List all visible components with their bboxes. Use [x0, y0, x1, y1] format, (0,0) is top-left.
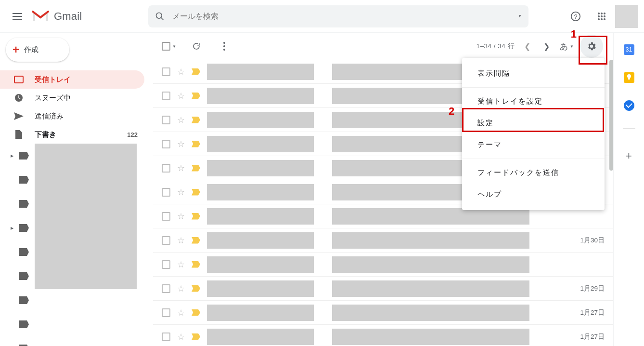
email-row[interactable]: ☆1月27日 — [153, 301, 613, 325]
add-addon-button[interactable]: + — [626, 150, 632, 162]
sidebar-item-inbox[interactable]: 受信トレイ — [0, 70, 144, 89]
input-tools-button[interactable]: あ ▼ — [560, 41, 574, 52]
label-item[interactable]: ▶ — [5, 292, 29, 308]
label-item[interactable]: ▶ — [5, 172, 29, 188]
subject-placeholder — [332, 232, 529, 249]
avatar[interactable] — [615, 5, 638, 28]
important-icon[interactable] — [192, 213, 200, 220]
checkbox-icon[interactable] — [162, 116, 170, 124]
star-icon[interactable]: ☆ — [177, 115, 185, 125]
email-row[interactable]: ☆1月27日 — [153, 325, 613, 346]
svg-point-14 — [223, 42, 225, 44]
more-vert-icon — [223, 42, 225, 51]
important-icon[interactable] — [192, 261, 200, 268]
checkbox-icon[interactable] — [162, 236, 170, 245]
svg-point-9 — [598, 18, 600, 20]
sender-placeholder — [207, 88, 314, 104]
menu-item-feedback[interactable]: フィードバックを送信 — [462, 162, 605, 184]
important-icon[interactable] — [192, 93, 200, 99]
sender-placeholder — [207, 305, 314, 321]
sender-placeholder — [207, 160, 314, 176]
inbox-icon — [13, 76, 24, 83]
email-row[interactable]: ☆ — [153, 253, 613, 277]
important-icon[interactable] — [192, 237, 200, 244]
sidebar: + 作成 受信トレイ スヌーズ中 送信済み 下書き 122 — [0, 33, 153, 346]
scrollbar[interactable] — [609, 60, 613, 171]
email-date: 1月27日 — [580, 308, 605, 317]
apps-icon[interactable] — [590, 5, 613, 28]
star-icon[interactable]: ☆ — [177, 211, 185, 222]
star-icon[interactable]: ☆ — [177, 187, 185, 198]
important-icon[interactable] — [192, 68, 200, 75]
label-item[interactable]: ▶ — [5, 147, 29, 164]
star-icon[interactable]: ☆ — [177, 91, 185, 101]
sidebar-item-drafts[interactable]: 下書き 122 — [0, 125, 144, 144]
checkbox-icon[interactable] — [162, 140, 170, 148]
calendar-icon[interactable]: 31 — [624, 44, 634, 55]
star-icon[interactable]: ☆ — [177, 283, 185, 294]
next-page-button[interactable]: ❯ — [538, 42, 555, 51]
svg-text:?: ? — [574, 13, 577, 20]
svg-point-4 — [601, 13, 603, 14]
checkbox-icon[interactable] — [162, 188, 170, 197]
checkbox-icon[interactable] — [162, 308, 170, 317]
checkbox-icon[interactable] — [162, 92, 170, 100]
checkbox-icon[interactable] — [162, 212, 170, 221]
label-item[interactable]: ▶ — [5, 196, 29, 212]
sidebar-item-sent[interactable]: 送信済み — [0, 107, 144, 125]
star-icon[interactable]: ☆ — [177, 67, 185, 77]
star-icon[interactable]: ☆ — [177, 235, 185, 246]
star-icon[interactable]: ☆ — [177, 163, 185, 173]
checkbox-icon[interactable] — [162, 333, 170, 341]
menu-icon[interactable] — [6, 5, 29, 28]
keep-icon[interactable] — [624, 72, 634, 83]
menu-item-configure-inbox[interactable]: 受信トレイを設定 — [462, 91, 605, 112]
compose-button[interactable]: + 作成 — [6, 38, 69, 62]
email-row[interactable]: ☆1月30日 — [153, 228, 613, 253]
prev-page-button[interactable]: ❮ — [518, 42, 536, 51]
refresh-button[interactable] — [189, 39, 204, 54]
settings-button[interactable] — [579, 33, 605, 59]
important-icon[interactable] — [192, 309, 200, 316]
more-button[interactable] — [217, 39, 232, 54]
label-item[interactable]: ▶ — [5, 244, 29, 260]
menu-item-themes[interactable]: テーマ — [462, 134, 605, 156]
search-bar[interactable]: ▼ — [148, 5, 528, 27]
checkbox-icon[interactable] — [162, 284, 170, 293]
menu-item-density[interactable]: 表示間隔 — [462, 63, 605, 84]
checkbox-icon[interactable] — [162, 164, 170, 173]
help-icon[interactable]: ? — [564, 5, 587, 28]
star-icon[interactable]: ☆ — [177, 307, 185, 318]
app-name: Gmail — [54, 10, 82, 23]
subject-placeholder — [332, 329, 529, 345]
star-icon[interactable]: ☆ — [177, 259, 185, 270]
sender-placeholder — [207, 208, 314, 225]
important-icon[interactable] — [192, 285, 200, 292]
checkbox-icon[interactable] — [162, 67, 170, 76]
star-icon[interactable]: ☆ — [177, 139, 185, 149]
checkbox-icon[interactable] — [162, 260, 170, 269]
important-icon[interactable] — [192, 141, 200, 147]
label-item[interactable]: ▶ — [5, 220, 29, 236]
important-icon[interactable] — [192, 189, 200, 196]
logo[interactable]: Gmail — [32, 10, 145, 23]
label-icon — [19, 176, 29, 184]
label-item[interactable]: ▶ — [5, 340, 29, 346]
sidebar-item-snoozed[interactable]: スヌーズ中 — [0, 89, 144, 107]
menu-item-help[interactable]: ヘルプ — [462, 184, 605, 205]
star-icon[interactable]: ☆ — [177, 332, 185, 342]
search-options-icon[interactable]: ▼ — [518, 14, 522, 18]
important-icon[interactable] — [192, 117, 200, 123]
label-item[interactable]: ▶ — [5, 268, 29, 284]
tasks-icon[interactable] — [624, 100, 634, 111]
email-row[interactable]: ☆1月29日 — [153, 277, 613, 301]
annotation-number-2: 2 — [449, 105, 454, 118]
menu-item-settings[interactable]: 設定 — [462, 112, 605, 134]
search-input[interactable] — [172, 12, 510, 21]
important-icon[interactable] — [192, 333, 200, 340]
sender-placeholder — [207, 136, 314, 152]
select-all[interactable]: ▼ — [162, 42, 176, 51]
label-item[interactable]: ▶ — [5, 316, 29, 333]
send-icon — [13, 112, 24, 120]
important-icon[interactable] — [192, 165, 200, 172]
